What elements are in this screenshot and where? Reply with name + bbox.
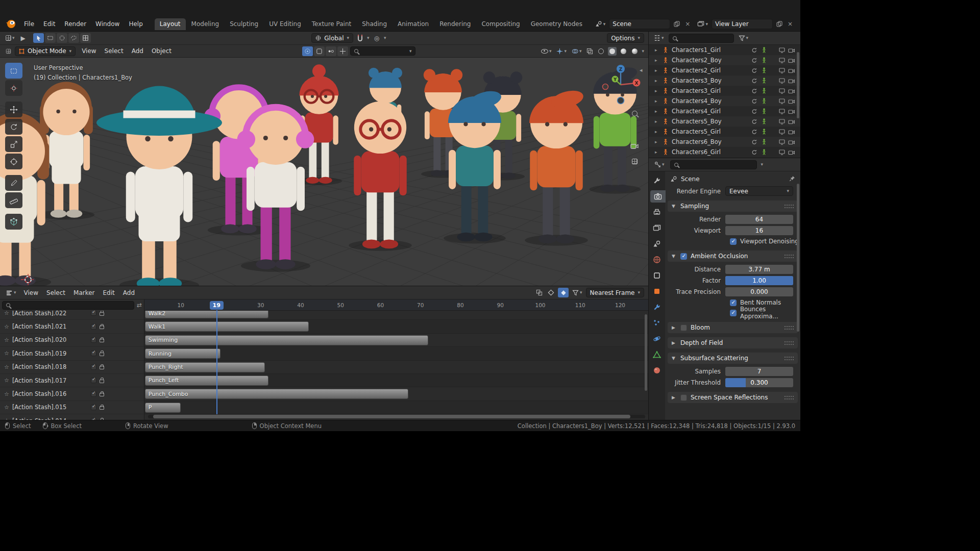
editor-menu-toggle-icon[interactable]	[4, 48, 13, 55]
armature-data-icon[interactable]	[760, 149, 768, 155]
editor-type-properties-icon[interactable]: ▾	[653, 161, 666, 168]
nla-menu-add[interactable]: Add	[119, 288, 139, 298]
channel-checkbox[interactable]	[91, 324, 96, 330]
select-mode-button-3[interactable]	[68, 33, 79, 43]
tool-rotate[interactable]	[5, 119, 22, 135]
properties-tab-world[interactable]	[650, 254, 664, 266]
action-strip[interactable]: Swimming	[145, 335, 429, 345]
properties-tab-modifiers[interactable]	[650, 301, 664, 313]
ambient-occlusion-checkbox[interactable]	[680, 253, 687, 260]
workspace-tab-animation[interactable]: Animation	[393, 18, 434, 30]
nla-horizontal-scrollbar[interactable]	[148, 415, 645, 418]
panel-header-ambient-occlusion[interactable]: ▼ Ambient Occlusion	[668, 251, 798, 262]
viewport-menu-view[interactable]: View	[78, 46, 100, 56]
disable-render-icon[interactable]	[788, 149, 795, 155]
editor-type-outliner-icon[interactable]: ▾	[652, 34, 666, 42]
sampling-viewport-field[interactable]: 16	[725, 226, 793, 235]
xray-toggle-icon[interactable]	[585, 47, 595, 55]
disable-render-icon[interactable]	[788, 119, 795, 124]
expand-icon[interactable]: ▸	[655, 109, 662, 114]
filter-funnel-icon[interactable]: ▾	[737, 35, 750, 42]
tool-annotate[interactable]	[5, 175, 22, 191]
ao-factor-slider[interactable]: 1.00	[725, 276, 793, 285]
bloom-checkbox[interactable]	[680, 324, 687, 331]
hide-viewport-icon[interactable]	[778, 149, 786, 155]
filter-funnel-icon[interactable]: ▾	[571, 289, 584, 296]
star-icon[interactable]: ☆	[4, 337, 9, 343]
library-link-icon[interactable]	[750, 98, 758, 104]
hide-viewport-icon[interactable]	[778, 119, 786, 124]
properties-tab-object[interactable]	[650, 285, 664, 297]
ao-distance-field[interactable]: 3.77 m	[725, 265, 793, 274]
expand-width-icon[interactable]: ⇄	[137, 302, 142, 309]
library-link-icon[interactable]	[750, 149, 758, 155]
sss-samples-field[interactable]: 7	[725, 367, 793, 376]
viewport-toggle-button-2[interactable]	[326, 46, 336, 56]
outliner-scrollbar[interactable]	[797, 52, 799, 118]
shading-rendered-icon[interactable]	[630, 48, 639, 55]
outliner-row[interactable]: ▸Characters2_Boy	[649, 55, 800, 65]
editor-type-nla-icon[interactable]: ▾	[4, 289, 18, 297]
armature-data-icon[interactable]	[760, 139, 768, 145]
expand-icon[interactable]: ▸	[655, 119, 662, 124]
menu-file[interactable]: File	[19, 19, 39, 29]
armature-data-icon[interactable]	[760, 129, 768, 135]
viewport-menu-select[interactable]: Select	[101, 46, 128, 56]
viewport-menu-add[interactable]: Add	[128, 46, 148, 56]
disable-render-icon[interactable]	[788, 109, 795, 114]
viewport-toggle-button-3[interactable]	[337, 46, 348, 56]
outliner-row[interactable]: ▸Characters4_Girl	[649, 106, 800, 116]
properties-tab-data[interactable]	[650, 348, 664, 361]
nla-track-row[interactable]: Walk2	[144, 311, 648, 320]
bent-normals-checkbox[interactable]	[730, 299, 737, 306]
star-icon[interactable]: ☆	[4, 364, 9, 370]
armature-data-icon[interactable]	[760, 67, 768, 73]
outliner-filter-search[interactable]	[669, 34, 734, 43]
nla-menu-select[interactable]: Select	[42, 288, 69, 298]
workspace-tab-geometry-nodes[interactable]: Geometry Nodes	[526, 18, 587, 30]
nla-channel-row[interactable]: ☆[Action Stash].017	[0, 374, 144, 387]
action-strip[interactable]: Walk2	[145, 311, 269, 318]
action-strip[interactable]: Walk1	[145, 321, 309, 332]
outliner-row[interactable]: ▸Characters5_Girl	[649, 127, 800, 137]
action-strip[interactable]: P	[145, 403, 181, 413]
tool-play-icon[interactable]: ▶	[19, 34, 27, 42]
nla-track-row[interactable]: Running	[144, 347, 648, 360]
library-link-icon[interactable]	[750, 119, 758, 124]
tool-scale[interactable]	[5, 136, 22, 152]
library-link-icon[interactable]	[750, 129, 758, 135]
armature-data-icon[interactable]	[760, 108, 768, 114]
expand-icon[interactable]: ▸	[655, 47, 662, 53]
character-boy-red-glasses[interactable]	[349, 102, 412, 251]
properties-tab-physics[interactable]	[650, 333, 664, 345]
nla-track-row[interactable]: Punch_Left	[144, 374, 648, 387]
view-layer-browse-button[interactable]: ▾	[696, 20, 709, 28]
hide-viewport-icon[interactable]	[778, 78, 786, 84]
menu-help[interactable]: Help	[124, 19, 147, 29]
library-link-icon[interactable]	[750, 47, 758, 53]
tool-measure[interactable]	[5, 192, 22, 208]
channel-checkbox[interactable]	[91, 391, 96, 397]
overlays-toggle-icon[interactable]: ▾	[570, 47, 583, 55]
lock-icon[interactable]	[100, 339, 104, 342]
scene-name-field[interactable]: Scene	[609, 19, 670, 29]
select-mode-button-0[interactable]	[33, 33, 44, 43]
lock-icon[interactable]	[100, 406, 104, 410]
proportional-falloff-chevron[interactable]: ▾	[384, 36, 386, 40]
outliner-row[interactable]: ▸Characters2_Girl	[649, 65, 800, 76]
playhead[interactable]	[216, 310, 217, 414]
workspace-tab-shading[interactable]: Shading	[357, 18, 392, 30]
grid-toggle-icon[interactable]	[628, 155, 641, 168]
bounces-approx-checkbox[interactable]	[730, 310, 737, 316]
snap-options-chevron[interactable]: ▾	[367, 36, 370, 40]
disable-render-icon[interactable]	[788, 68, 795, 73]
nla-channel-row[interactable]: ☆[Action Stash].020	[0, 334, 144, 347]
star-icon[interactable]: ☆	[4, 391, 9, 397]
hide-viewport-icon[interactable]	[778, 129, 786, 135]
nla-track-row[interactable]: Punch_Combo	[144, 387, 648, 400]
action-strip[interactable]: Punch_Left	[145, 375, 269, 386]
view-layer-name-field[interactable]: View Layer	[712, 19, 773, 29]
viewport-toggle-button-1[interactable]	[314, 46, 325, 56]
pin-icon[interactable]	[789, 176, 795, 183]
properties-scrollbar[interactable]	[797, 184, 799, 332]
